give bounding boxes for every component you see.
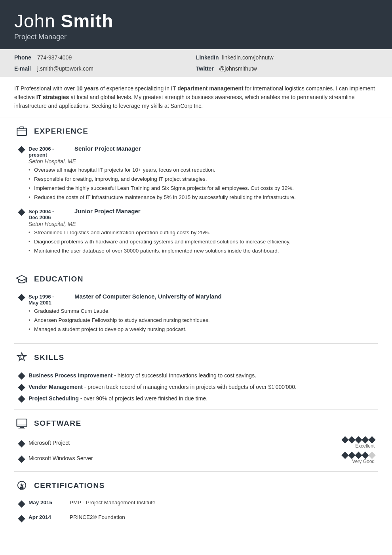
svg-rect-0 [17, 128, 27, 136]
experience-entry-1: Dec 2006 - present Senior Project Manage… [14, 145, 378, 203]
rating-dots-2 [343, 453, 375, 458]
sw-name-2: Microsoft Windows Server [29, 455, 343, 461]
skill-text-2: Vendor Management - proven track record … [29, 383, 297, 391]
sw-bullet-1 [14, 439, 29, 446]
bullet-item: Streamlined IT logistics and administrat… [29, 229, 378, 237]
exp-company-1: Seton Hospital, ME [29, 158, 378, 165]
education-section: EDUCATION Sep 1996 - May 2001 Master of … [0, 265, 392, 343]
certifications-section: CERTIFICATIONS May 2015 PMP - Project Ma… [0, 472, 392, 532]
skill-name-2: Vendor Management [29, 384, 83, 390]
software-icon [14, 416, 29, 431]
rating-label-2: Very Good [352, 459, 375, 464]
contact-bar: Phone 774-987-4009 LinkedIn linkedin.com… [0, 49, 392, 77]
diamond-icon-skill-1 [18, 372, 25, 379]
dot-2-2 [348, 452, 355, 459]
edu-bullet-1 [14, 293, 29, 335]
cert-row-1: May 2015 PMP - Project Management Instit… [29, 500, 378, 505]
diamond-icon-skill-2 [18, 384, 25, 391]
edu-header-row-1: Sep 1996 - May 2001 Master of Computer S… [29, 293, 378, 306]
full-name: John Smith [14, 11, 378, 31]
dot-1-1 [341, 436, 348, 443]
twitter-contact: Twitter @johnsmithutw [196, 64, 378, 73]
diamond-icon-sw-2 [18, 456, 25, 463]
bullet-item: Diagnosed problems with hardware and ope… [29, 238, 378, 246]
skill-bullet-2 [14, 383, 29, 390]
sw-bullet-2 [14, 455, 29, 462]
header-section: John Smith Project Manager [0, 0, 392, 49]
bullet-item: Andersen Postgraduate Fellowship to stud… [29, 316, 378, 325]
exp-date-line1-2: Sep 2004 - [29, 209, 68, 214]
cert-name-2: PRINCE2® Foundation [70, 514, 125, 520]
cert-bullet-2 [14, 514, 29, 523]
experience-content-1: Dec 2006 - present Senior Project Manage… [29, 145, 378, 203]
skill-name-3: Project Scheduling [29, 395, 79, 402]
experience-title: EXPERIENCE [34, 127, 88, 136]
software-row-2: Microsoft Windows Server Very Good [14, 453, 378, 464]
dot-2-3 [355, 452, 362, 459]
cert-date-1: May 2015 [29, 500, 64, 505]
skills-title: SKILLS [34, 353, 65, 362]
skill-desc-3: - over 90% of projects led were finished… [80, 395, 207, 402]
summary-section: IT Professional with over 10 years of ex… [0, 77, 392, 117]
education-icon [14, 272, 29, 287]
email-contact: E-mail j.smith@uptowork.com [14, 64, 196, 73]
first-name: John [14, 11, 55, 31]
diamond-icon-1 [18, 146, 25, 153]
cert-entry-2: Apr 2014 PRINCE2® Foundation [14, 514, 378, 523]
exp-bullets-2: Streamlined IT logistics and administrat… [29, 229, 378, 255]
software-row-1: Microsoft Project Excellent [14, 437, 378, 449]
experience-icon [14, 124, 29, 139]
bullet-item: Managed a student project to develop a w… [29, 325, 378, 334]
bullet-1 [14, 145, 29, 203]
bullet-item: Reduced the costs of IT infrastructure m… [29, 193, 378, 202]
skill-text-3: Project Scheduling - over 90% of project… [29, 394, 207, 403]
diamond-icon-sw-1 [18, 440, 25, 448]
dot-1-4 [362, 436, 369, 443]
experience-section: EXPERIENCE Dec 2006 - present Senior Pro… [0, 117, 392, 265]
bullet-item: Graduated Summa Cum Laude. [29, 307, 378, 316]
experience-content-2: Sep 2004 - Dec 2006 Junior Project Manag… [29, 208, 378, 256]
cert-header: CERTIFICATIONS [14, 478, 378, 495]
exp-job-title-2: Junior Project Manager [74, 208, 141, 214]
education-content-1: Sep 1996 - May 2001 Master of Computer S… [29, 293, 378, 335]
rating-label-1: Excellent [355, 443, 375, 449]
exp-company-2: Seton Hospital, ME [29, 221, 378, 227]
linkedin-label: LinkedIn [196, 54, 219, 61]
bullet-item: Oversaw all major hospital IT projects f… [29, 166, 378, 174]
email-value: j.smith@uptowork.com [37, 65, 93, 72]
phone-label: Phone [14, 54, 34, 61]
rating-dots-1 [343, 437, 375, 442]
experience-header: EXPERIENCE [14, 124, 378, 140]
dot-1-2 [348, 436, 355, 443]
resume-document: John Smith Project Manager Phone 774-987… [0, 0, 392, 555]
cert-entry-1: May 2015 PMP - Project Management Instit… [14, 500, 378, 509]
skill-name-1: Business Process Improvement [29, 372, 112, 379]
email-label: E-mail [14, 65, 34, 72]
edu-date-line1: Sep 1996 - [29, 294, 68, 300]
linkedin-value: linkedin.com/johnutw [222, 54, 274, 61]
linkedin-contact: LinkedIn linkedin.com/johnutw [196, 53, 378, 62]
exp-date-line2-2: Dec 2006 [29, 214, 68, 220]
education-header: EDUCATION [14, 272, 378, 288]
software-section: SOFTWARE Microsoft Project Excellent [0, 410, 392, 471]
svg-point-4 [26, 281, 27, 282]
cert-content-2: Apr 2014 PRINCE2® Foundation [29, 514, 378, 523]
education-entry-1: Sep 1996 - May 2001 Master of Computer S… [14, 293, 378, 335]
last-name: Smith [61, 11, 114, 31]
exp-header-row-2: Sep 2004 - Dec 2006 Junior Project Manag… [29, 208, 378, 220]
cert-date-2: Apr 2014 [29, 514, 64, 520]
dot-2-5 [368, 452, 375, 459]
skill-entry-1: Business Process Improvement - history o… [14, 371, 378, 380]
edu-degree: Master of Computer Science, University o… [74, 293, 222, 300]
diamond-icon-edu [18, 294, 25, 301]
exp-header-row-1: Dec 2006 - present Senior Project Manage… [29, 145, 378, 158]
summary-text: IT Professional with over 10 years of ex… [14, 85, 375, 109]
skill-text-1: Business Process Improvement - history o… [29, 371, 256, 380]
exp-bullets-1: Oversaw all major hospital IT projects f… [29, 166, 378, 202]
cert-title: CERTIFICATIONS [34, 481, 105, 490]
sw-rating-1: Excellent [343, 437, 375, 449]
exp-date-line2-1: present [29, 152, 68, 158]
dot-1-3 [355, 436, 362, 443]
skills-section: SKILLS Business Process Improvement - hi… [0, 344, 392, 409]
skills-icon [14, 350, 29, 365]
